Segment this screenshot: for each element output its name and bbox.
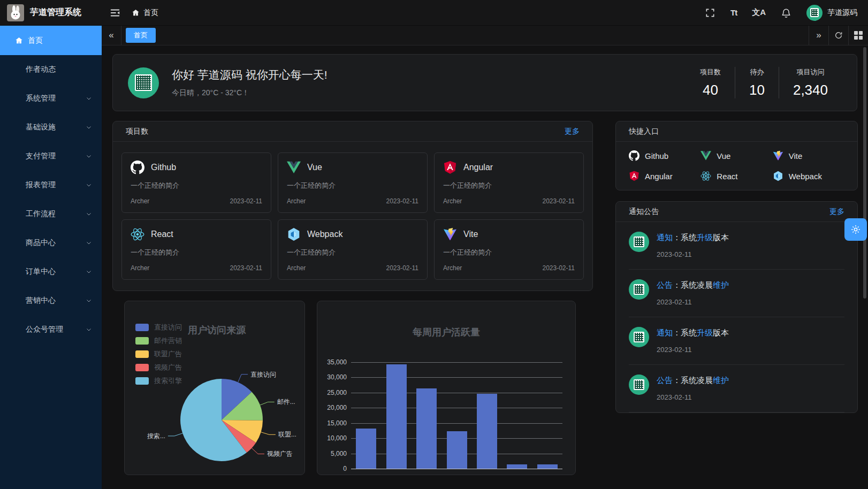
legend-label: 搜索引擎	[154, 376, 182, 386]
sidebar-item-4[interactable]: 支付管理	[0, 142, 102, 171]
menu-fold-icon[interactable]	[109, 7, 121, 19]
user-name: 芋道源码	[827, 8, 857, 18]
project-card-github[interactable]: Github一个正经的简介Archer2023-02-11	[121, 152, 271, 213]
bar-2	[416, 388, 437, 469]
stat-value: 40	[700, 82, 721, 98]
sidebar-item-8[interactable]: 订单中心	[0, 257, 102, 286]
notice-item-1[interactable]: 公告：系统凌晨维护2023-02-11	[629, 270, 844, 317]
settings-gear-button[interactable]	[844, 218, 867, 241]
notice-item-2[interactable]: 通知：系统升级版本2023-02-11	[629, 317, 844, 365]
shortcut-angular[interactable]: Angular	[629, 171, 701, 181]
project-card-react[interactable]: React一个正经的简介Archer2023-02-11	[121, 219, 271, 280]
shortcut-vue[interactable]: Vue	[701, 150, 772, 161]
notice-body: 公告：系统凌晨维护2023-02-11	[657, 279, 729, 306]
bar-4	[477, 394, 497, 469]
notices-title: 通知公告	[629, 207, 659, 217]
locale-icon[interactable]: 文A	[752, 7, 766, 18]
notice-title-part: ：系统	[673, 328, 697, 337]
notice-item-0[interactable]: 通知：系统升级版本2023-02-11	[629, 222, 844, 270]
project-desc: 一个正经的简介	[131, 181, 262, 190]
chevron-down-icon	[86, 211, 92, 217]
breadcrumb[interactable]: 首页	[132, 8, 158, 18]
pie-chart-card: 直接访问邮件营销联盟广告视频广告搜索引擎用户访问来源直接访问邮件...联盟...…	[124, 301, 305, 475]
legend-item-1[interactable]: 邮件营销	[135, 334, 182, 347]
sidebar-item-6[interactable]: 工作流程	[0, 200, 102, 228]
stat-1: 待办10	[735, 67, 779, 98]
x-axis-label: 周一	[351, 473, 381, 475]
y-axis-tick: 5,000	[317, 450, 347, 457]
legend-swatch	[135, 377, 149, 385]
notice-title-part: 版本	[713, 233, 729, 242]
bar-gridline	[351, 408, 562, 408]
user-menu[interactable]: 芋道源码	[806, 5, 857, 21]
fullscreen-icon[interactable]	[705, 7, 715, 18]
refresh-icon[interactable]	[828, 26, 848, 45]
top-navbar: 芋道管理系统 首页 Tt 文A 芋道源码	[0, 0, 868, 26]
shortcut-vite[interactable]: Vite	[773, 150, 844, 161]
tab-home[interactable]: 首页	[126, 28, 156, 43]
project-author: Archer	[131, 264, 149, 272]
chevron-down-icon	[86, 182, 92, 188]
project-footer: Archer2023-02-11	[287, 197, 418, 205]
legend-item-0[interactable]: 直接访问	[135, 320, 182, 334]
notice-title: 通知：系统升级版本	[657, 233, 729, 243]
chevron-down-icon	[86, 326, 92, 333]
project-card-vite[interactable]: Vite一个正经的简介Archer2023-02-11	[434, 219, 584, 280]
projects-header: 项目数 更多	[113, 121, 592, 142]
legend-swatch	[135, 324, 149, 331]
project-date: 2023-02-11	[543, 264, 575, 272]
sidebar-item-9[interactable]: 营销中心	[0, 286, 102, 315]
chevron-down-icon	[86, 95, 92, 102]
project-date: 2023-02-11	[543, 197, 575, 205]
project-footer: Archer2023-02-11	[131, 264, 262, 272]
project-name: Vue	[307, 163, 322, 172]
welcome-card: 你好 芋道源码 祝你开心每一天! 今日晴，20°C - 32°C！ 项目数40待…	[112, 54, 857, 111]
y-axis-tick: 25,000	[317, 389, 347, 396]
legend-item-2[interactable]: 联盟广告	[135, 347, 182, 361]
sidebar-item-label: 营销中心	[26, 296, 56, 305]
legend-item-3[interactable]: 视频广告	[135, 361, 182, 374]
y-axis-tick: 20,000	[317, 404, 347, 411]
sidebar-item-3[interactable]: 基础设施	[0, 113, 102, 142]
sidebar-item-5[interactable]: 报表管理	[0, 171, 102, 200]
project-footer: Archer2023-02-11	[287, 264, 418, 272]
project-card-webpack[interactable]: Webpack一个正经的简介Archer2023-02-11	[278, 219, 428, 280]
notice-title: 通知：系统升级版本	[657, 328, 729, 338]
bell-icon[interactable]	[781, 7, 791, 18]
font-size-icon[interactable]: Tt	[730, 8, 737, 17]
shortcut-react[interactable]: React	[701, 171, 772, 181]
project-date: 2023-02-11	[386, 197, 419, 205]
tabs-scroll-left-icon[interactable]: «	[102, 26, 121, 45]
shortcut-label: React	[717, 172, 737, 181]
project-card-vue[interactable]: Vue一个正经的简介Archer2023-02-11	[278, 152, 428, 213]
notice-title-part: 通知	[657, 233, 673, 242]
shortcut-github[interactable]: Github	[629, 150, 701, 161]
project-name: Webpack	[307, 230, 342, 239]
user-avatar	[806, 5, 823, 21]
sidebar-item-label: 报表管理	[26, 180, 56, 190]
notice-item-3[interactable]: 公告：系统凌晨维护2023-02-11	[629, 365, 844, 412]
notices-more-link[interactable]: 更多	[829, 207, 844, 217]
project-card-angular[interactable]: Angular一个正经的简介Archer2023-02-11	[434, 152, 584, 213]
sidebar-item-2[interactable]: 系统管理	[0, 84, 102, 113]
pie-label-line	[252, 448, 264, 454]
sidebar-item-1[interactable]: 作者动态	[0, 55, 102, 84]
shortcut-webpack[interactable]: Webpack	[773, 171, 844, 181]
project-card-header: React	[131, 227, 262, 241]
x-axis-label: 周六	[502, 473, 532, 475]
x-axis-label: 周二	[381, 473, 411, 475]
scrollbar-thumb[interactable]	[863, 47, 866, 299]
pie-chart-title: 用户访问来源	[188, 324, 246, 337]
pie-label-line	[168, 433, 182, 436]
welcome-avatar	[128, 67, 159, 98]
legend-label: 联盟广告	[154, 349, 182, 359]
tabs-menu-icon[interactable]	[848, 26, 868, 45]
sidebar-item-10[interactable]: 公众号管理	[0, 315, 102, 344]
charts-row: 直接访问邮件营销联盟广告视频广告搜索引擎用户访问来源直接访问邮件...联盟...…	[112, 301, 593, 475]
bar-6	[537, 464, 558, 469]
tabs-scroll-right-icon[interactable]: »	[809, 26, 828, 45]
sidebar-item-0[interactable]: 首页	[0, 26, 102, 55]
legend-item-4[interactable]: 搜索引擎	[135, 374, 182, 387]
projects-more-link[interactable]: 更多	[565, 127, 580, 136]
sidebar-item-7[interactable]: 商品中心	[0, 228, 102, 257]
